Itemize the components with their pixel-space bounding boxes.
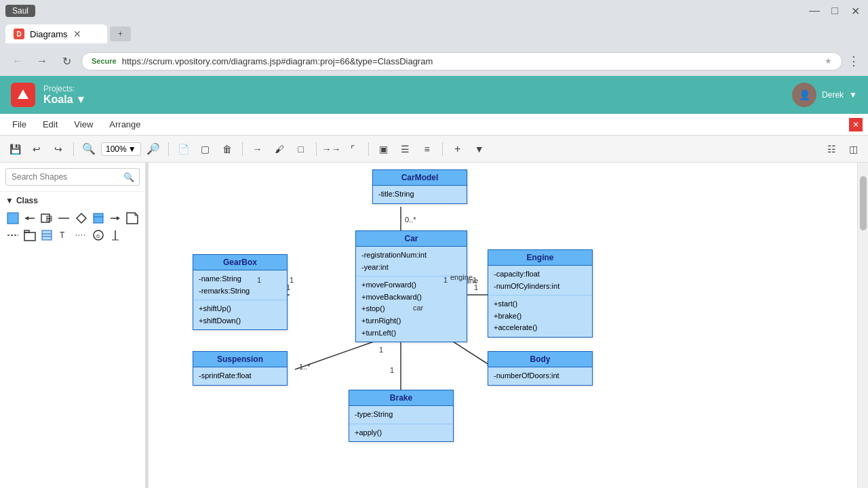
svg-marker-0: [18, 89, 28, 99]
group-tool[interactable]: ▣: [374, 140, 393, 159]
shape-anchor[interactable]: [108, 228, 123, 243]
shape-arrow-left[interactable]: [22, 211, 37, 226]
class-carmodel[interactable]: CarModel -title:String: [372, 169, 467, 204]
class-suspension[interactable]: Suspension -sprintRate:float: [193, 351, 288, 386]
window-controls: — □ ✕: [807, 3, 863, 18]
svg-line-38: [295, 340, 378, 369]
menu-file[interactable]: File: [5, 117, 33, 132]
gearbox-method-1: +shiftUp(): [199, 303, 281, 315]
menu-bar: File Edit View Arrange ✕: [0, 114, 868, 136]
conn-label-engine-1: 1: [473, 276, 477, 284]
menu-arrange[interactable]: Arrange: [102, 117, 147, 132]
class-car-body: -registrationNum:int -year:int: [356, 247, 467, 277]
car-attr-1: -registrationNum:int: [361, 249, 461, 262]
shape-dot-line[interactable]: [74, 228, 89, 243]
close-button[interactable]: ✕: [848, 3, 863, 18]
refresh-button[interactable]: ↻: [57, 52, 76, 70]
url-bar[interactable]: Secure https://scrum.vpository.com/diagr…: [81, 52, 842, 70]
user-name: Derek: [822, 90, 844, 100]
conn-label-gearbox-1: 1: [290, 276, 294, 284]
conn-label-engine-engine: engine: [450, 273, 473, 281]
shape-component[interactable]: [39, 211, 54, 226]
search-wrapper: 🔍: [5, 168, 140, 186]
forward-button[interactable]: →: [33, 52, 52, 70]
grid-view-button[interactable]: ☷: [822, 140, 841, 159]
menu-view[interactable]: View: [67, 117, 100, 132]
svg-rect-1: [7, 213, 18, 224]
shape-package[interactable]: [22, 228, 37, 243]
bookmark-button[interactable]: ★: [825, 56, 832, 66]
shape-object[interactable]: o: [91, 228, 106, 243]
class-section-header[interactable]: ▼ Class: [5, 196, 140, 205]
user-menu[interactable]: 👤 Derek ▼: [792, 83, 857, 107]
shape-class-2[interactable]: [39, 228, 54, 243]
fill-tool[interactable]: 🖌: [270, 140, 289, 159]
project-name-button[interactable]: Koala ▼: [43, 94, 86, 106]
class-brake-header: Brake: [349, 390, 453, 406]
class-brake[interactable]: Brake -type:String +apply(): [349, 390, 454, 442]
undo-button[interactable]: ↩: [27, 140, 46, 159]
class-engine[interactable]: Engine -capacity:float -numOfCylinders:i…: [488, 249, 593, 338]
tab-bar: D Diagrams ✕ +: [0, 22, 868, 46]
search-shapes-section: 🔍: [0, 163, 145, 192]
zoom-control[interactable]: 100% ▼: [101, 142, 141, 156]
class-engine-body: -capacity:float -numOfCylinders:int: [488, 266, 592, 296]
class-car[interactable]: Car -registrationNum:int -year:int +move…: [355, 230, 467, 342]
conn-label-engine-car: car: [413, 304, 423, 312]
shape-interface[interactable]: [91, 211, 106, 226]
tab-favicon: D: [14, 28, 24, 39]
toolbar-separator-5: [368, 142, 369, 156]
shape-text[interactable]: T: [56, 228, 71, 243]
shape-diamond[interactable]: [74, 211, 89, 226]
shape-note[interactable]: [125, 211, 140, 226]
gearbox-attr-2: -remarks:String: [199, 285, 281, 298]
title-bar: Saul — □ ✕: [0, 0, 868, 22]
class-engine-methods: +start() +brake() +accelerate(): [488, 296, 592, 337]
class-body-body: -numberOfDoors:int: [488, 367, 592, 385]
class-carmodel-body: -title:String: [373, 186, 467, 203]
delete-button[interactable]: 🗑: [218, 140, 237, 159]
canvas-area[interactable]: 0..* 1 1 1 1 car engine 1 1..* 1 1 1 1: [149, 163, 868, 488]
new-tab-button[interactable]: +: [110, 26, 131, 41]
maximize-button[interactable]: □: [827, 3, 842, 18]
vertical-scrollbar-thumb[interactable]: [860, 176, 867, 230]
add-button[interactable]: +: [448, 140, 467, 159]
zoom-out-button[interactable]: 🔎: [144, 140, 163, 159]
save-button[interactable]: 💾: [5, 140, 24, 159]
shape-dashed-line[interactable]: [5, 228, 20, 243]
class-gearbox-body: -name:String -remarks:String: [193, 270, 287, 300]
toolbar-separator-2: [168, 142, 169, 156]
shape-line[interactable]: [56, 211, 71, 226]
distribute-tool[interactable]: ≡: [418, 140, 437, 159]
svg-text:1: 1: [379, 346, 383, 354]
page-button-1[interactable]: 📄: [174, 140, 193, 159]
active-tab[interactable]: D Diagrams ✕: [5, 24, 107, 43]
search-shapes-input[interactable]: [5, 168, 140, 186]
minimize-button[interactable]: —: [807, 3, 822, 18]
add-dropdown[interactable]: ▼: [470, 140, 489, 159]
zoom-in-button[interactable]: 🔍: [79, 140, 98, 159]
class-car-methods: +moveForward() +moveBackward() +stop() +…: [356, 277, 467, 342]
class-body[interactable]: Body -numberOfDoors:int: [488, 351, 593, 386]
vertical-scrollbar[interactable]: [857, 163, 868, 488]
connector-tool[interactable]: →→: [322, 140, 341, 159]
class-gearbox[interactable]: GearBox -name:String -remarks:String +sh…: [193, 254, 288, 330]
class-carmodel-header: CarModel: [373, 170, 467, 186]
tab-close-button[interactable]: ✕: [73, 28, 81, 39]
browser-menu-button[interactable]: ⋮: [848, 54, 860, 68]
class-gearbox-header: GearBox: [193, 255, 287, 270]
class-section-label: Class: [16, 196, 38, 205]
close-panel-button[interactable]: ✕: [849, 118, 863, 131]
pointer-tool[interactable]: →: [248, 140, 267, 159]
svg-rect-19: [42, 230, 52, 240]
panel-button[interactable]: ◫: [844, 140, 863, 159]
menu-edit[interactable]: Edit: [36, 117, 64, 132]
shape-class[interactable]: [5, 211, 20, 226]
arrange-tool[interactable]: ☰: [396, 140, 415, 159]
waypoint-tool[interactable]: ⌜: [344, 140, 363, 159]
page-button-2[interactable]: ▢: [196, 140, 215, 159]
shape-arrow-right[interactable]: [108, 211, 123, 226]
back-button[interactable]: ←: [8, 52, 27, 70]
redo-button[interactable]: ↪: [49, 140, 68, 159]
shape-tool[interactable]: □: [292, 140, 311, 159]
